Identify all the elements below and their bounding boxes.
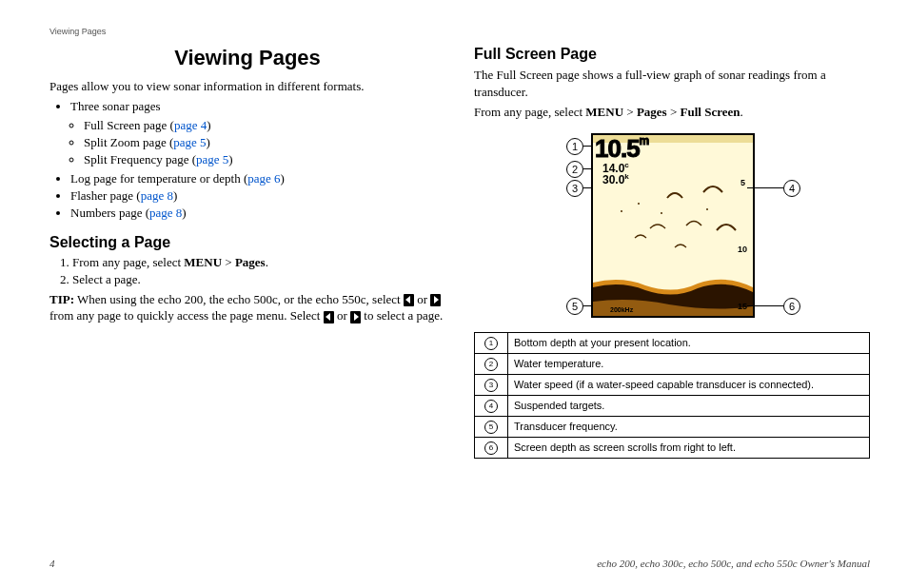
legend-body: 1Bottom depth at your present location. … [475,332,870,458]
text: or [334,308,350,323]
list-item: Select a page. [72,272,445,287]
callout-circle: 3 [484,379,498,392]
speed-value: 30.0 [602,173,624,186]
page-link[interactable]: page 8 [149,206,182,220]
legend-num: 5 [475,416,508,437]
table-row: 3Water speed (if a water-speed capable t… [475,374,870,395]
list-item: From any page, select MENU > Pages. [72,255,445,270]
callout-6: 6 [747,298,800,315]
callout-1: 1 [566,138,583,155]
callout-3: 3 [566,180,583,197]
list-item: Flasher page (page 8) [70,188,445,204]
text: . [266,255,268,269]
callout-circle: 3 [566,180,583,197]
text: From any page, select [474,105,585,119]
legend-num: 3 [475,374,508,395]
fullscreen-desc: The Full Screen page shows a full-view g… [474,67,870,100]
callout-4: 4 [747,180,800,197]
legend-text: Transducer frequency. [508,416,870,437]
scale-mark: 10 [738,245,747,254]
tip-paragraph: TIP: When using the echo 200, the echo 5… [49,291,445,324]
text: or [414,292,430,306]
selecting-heading: Selecting a Page [49,234,445,251]
running-head: Viewing Pages [49,27,870,36]
callout-circle: 6 [783,298,800,315]
temp-unit: c [624,161,628,169]
left-arrow-icon [404,294,414,306]
depth-value: 10.5 [595,134,640,163]
text: ) [182,206,186,220]
page-link[interactable]: page 4 [174,118,207,132]
text: ) [207,135,210,149]
text: from any page to quickly access the page… [49,308,324,323]
fullscreen-kw: Full Screen [681,105,740,119]
page-link[interactable]: page 5 [173,135,206,149]
text: > [623,105,637,119]
callout-circle: 4 [484,400,498,413]
list-item: Full Screen page (page 4) [84,118,445,133]
text: Full Screen page ( [84,118,174,132]
scale-mark: 15 [738,302,747,311]
depth-unit: m [640,134,649,147]
svg-point-4 [661,212,662,214]
legend-text: Suspended targets. [508,395,870,416]
legend-text: Screen depth as screen scrolls from righ… [508,437,870,458]
callout-legend-table: 1Bottom depth at your present location. … [474,332,870,459]
right-arrow-icon [350,311,361,323]
text: ) [281,171,285,186]
right-arrow-icon [430,294,441,306]
callout-circle: 4 [783,180,800,197]
fullscreen-instr: From any page, select MENU > Pages > Ful… [474,104,870,121]
text: ) [173,188,177,203]
text: > [667,105,681,119]
callout-circle: 1 [484,337,498,350]
list-item: Numbers page (page 8) [70,206,445,221]
callout-circle: 2 [484,358,498,371]
table-row: 4Suspended targets. [475,395,870,416]
columns: Viewing Pages Pages allow you to view so… [49,42,870,548]
text: When using the echo 200, the echo 500c, … [74,292,404,306]
text: From any page, select [72,255,184,269]
list-item: Split Frequency page (page 5) [84,152,445,167]
text: Split Frequency page ( [84,152,196,167]
callout-circle: 1 [566,138,583,155]
menu-kw: MENU [184,255,222,269]
legend-num: 4 [475,395,508,416]
sonar-freq: 200kHz [610,306,633,313]
sonar-speed: 30.0k [602,172,629,186]
page-link[interactable]: page 5 [196,152,228,167]
text: Numbers page ( [70,206,149,220]
left-arrow-icon [324,311,334,323]
manual-page: Viewing Pages Viewing Pages Pages allow … [0,0,908,588]
legend-num: 1 [475,332,508,353]
table-row: 5Transducer frequency. [475,416,870,437]
callout-2: 2 [566,161,583,178]
menu-kw: MENU [585,105,623,119]
pages-kw: Pages [235,255,266,269]
callout-circle: 5 [566,298,583,315]
text: ) [207,118,210,132]
sonar-box: 10.5m 14.0c 30.0k 5 10 15 200kHz 1 2 3 5… [534,128,810,319]
callout-circle: 6 [484,441,498,455]
page-link[interactable]: page 8 [141,188,173,203]
table-row: 2Water temperature. [475,353,870,374]
page-footer: 4 echo 200, echo 300c, echo 500c, and ec… [49,558,870,569]
legend-num: 2 [475,353,508,374]
sonar-diagram: 10.5m 14.0c 30.0k 5 10 15 200kHz 1 2 3 5… [474,128,870,319]
svg-point-3 [638,203,640,205]
intro-text: Pages allow you to view sonar informatio… [49,78,445,95]
list-item: Log page for temperature or depth (page … [70,171,445,186]
text: ) [228,152,232,167]
page-link[interactable]: page 6 [247,171,280,186]
scale-mark: 5 [740,178,745,187]
legend-text: Bottom depth at your present location. [508,332,870,353]
callout-circle: 5 [484,421,498,434]
left-column: Viewing Pages Pages allow you to view so… [49,42,445,548]
speed-unit: k [624,172,628,181]
callout-circle: 2 [566,161,583,178]
pages-kw: Pages [637,105,667,119]
text: Split Zoom page ( [84,135,173,149]
page-list-cont: Log page for temperature or depth (page … [49,171,445,221]
svg-point-5 [706,208,708,210]
selecting-steps: From any page, select MENU > Pages. Sele… [49,255,445,287]
